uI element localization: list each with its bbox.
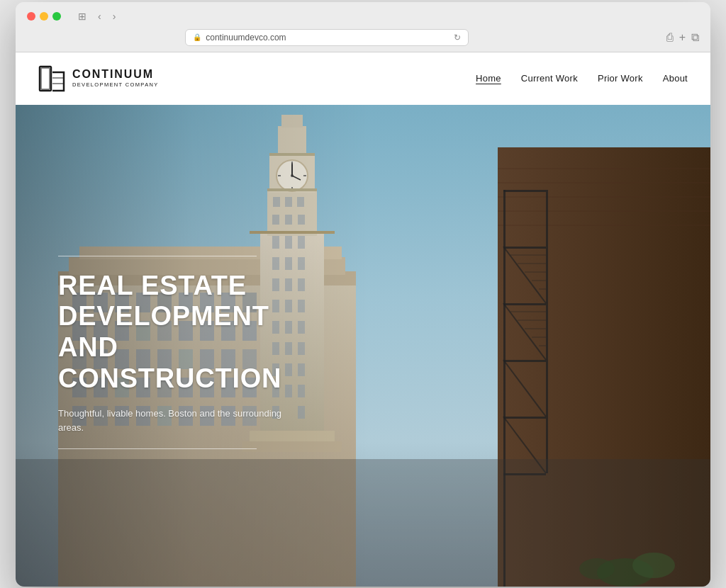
- nav-link-prior-work[interactable]: Prior Work: [598, 73, 643, 84]
- nav-links: Home Current Work Prior Work About: [476, 73, 688, 84]
- hero-content: REAL ESTATE DEVELOPMENT AND CONSTRUCTION…: [16, 105, 710, 587]
- hero-title: REAL ESTATE DEVELOPMENT AND CONSTRUCTION: [58, 271, 342, 395]
- logo-subtitle: DEVELOPMENT COMPANY: [72, 81, 159, 88]
- logo-company-name: CONTINUUM: [72, 69, 159, 80]
- back-button[interactable]: ‹: [95, 9, 104, 23]
- minimize-button[interactable]: [40, 12, 48, 21]
- browser-window: ⊞ ‹ › 🔒 continuumdevco.com ↻ ⎙ + ⧉: [16, 2, 710, 587]
- website-content: CONTINUUM DEVELOPMENT COMPANY Home Curre…: [16, 52, 710, 587]
- hero-section: REAL ESTATE DEVELOPMENT AND CONSTRUCTION…: [16, 105, 710, 587]
- navigation: CONTINUUM DEVELOPMENT COMPANY Home Curre…: [16, 52, 710, 105]
- hero-subtitle: Thoughtful, livable homes. Boston and th…: [58, 407, 285, 434]
- hero-top-line: [58, 256, 257, 256]
- browser-controls: ⊞ ‹ ›: [75, 9, 118, 23]
- browser-chrome: ⊞ ‹ › 🔒 continuumdevco.com ↻ ⎙ + ⧉: [16, 2, 710, 52]
- share-button[interactable]: ⎙: [666, 31, 674, 44]
- address-bar-row: 🔒 continuumdevco.com ↻ ⎙ + ⧉: [27, 29, 699, 46]
- tabs-button[interactable]: ⧉: [691, 31, 699, 44]
- hero-bottom-line: [58, 448, 257, 449]
- svg-rect-1: [41, 68, 50, 89]
- traffic-lights: [27, 12, 61, 21]
- nav-link-about[interactable]: About: [663, 73, 688, 84]
- url-display: continuumdevco.com: [206, 33, 286, 43]
- close-button[interactable]: [27, 12, 35, 21]
- browser-actions: ⎙ + ⧉: [666, 31, 699, 44]
- logo: CONTINUUM DEVELOPMENT COMPANY: [38, 65, 159, 92]
- logo-icon: [38, 65, 65, 92]
- forward-button[interactable]: ›: [110, 9, 119, 23]
- maximize-button[interactable]: [52, 12, 61, 21]
- nav-link-current-work[interactable]: Current Work: [521, 73, 578, 84]
- logo-text: CONTINUUM DEVELOPMENT COMPANY: [72, 69, 159, 88]
- sidebar-toggle-button[interactable]: ⊞: [75, 9, 89, 23]
- address-bar[interactable]: 🔒 continuumdevco.com ↻: [185, 29, 469, 46]
- reload-icon[interactable]: ↻: [454, 33, 461, 43]
- new-tab-button[interactable]: +: [679, 31, 686, 44]
- lock-icon: 🔒: [193, 33, 201, 41]
- nav-link-home[interactable]: Home: [476, 73, 501, 84]
